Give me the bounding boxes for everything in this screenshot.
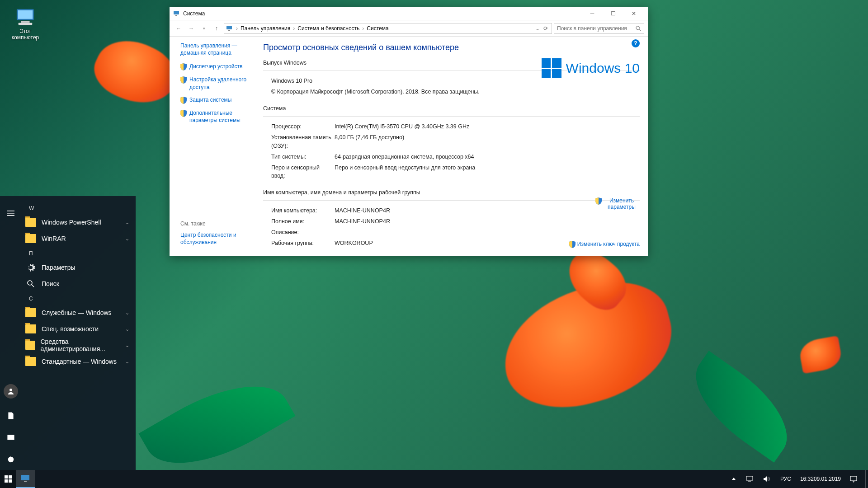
taskbar-clock[interactable]: 16:32 09.01.2019 xyxy=(797,470,844,488)
change-settings-link[interactable]: Изменить параметры xyxy=(604,197,640,210)
nav-back-button[interactable]: ← xyxy=(173,23,184,34)
computer-icon xyxy=(14,8,36,26)
address-toolbar: ← → ▾ ↑ › Панель управления › Система и … xyxy=(170,20,648,37)
desktop-icon-this-pc[interactable]: Этот компьютер xyxy=(5,8,45,41)
tray-volume-icon[interactable] xyxy=(759,470,775,488)
chevron-down-icon: ⌄ xyxy=(125,359,129,365)
start-button[interactable] xyxy=(0,470,16,488)
chevron-down-icon: ⌄ xyxy=(125,310,129,316)
start-app-list: W Windows PowerShell⌄ WinRAR⌄ П Параметр… xyxy=(22,196,136,470)
pen-value: Перо и сенсорный ввод недоступны для это… xyxy=(335,164,640,180)
start-item-ease[interactable]: Спец. возможности⌄ xyxy=(22,321,136,337)
start-item-winrar[interactable]: WinRAR⌄ xyxy=(22,230,136,247)
svg-rect-1 xyxy=(18,10,33,19)
wallpaper-leaf xyxy=(138,361,295,488)
help-icon[interactable]: ? xyxy=(632,39,640,47)
nav-forward-button[interactable]: → xyxy=(186,23,197,34)
sidebar-home-link[interactable]: Панель управления — домашняя страница xyxy=(180,42,253,56)
clock-date: 09.01.2019 xyxy=(814,476,841,483)
sidebar-advanced-settings[interactable]: Дополнительные параметры системы xyxy=(189,109,253,124)
section-system: Система xyxy=(263,105,640,112)
tray-language-indicator[interactable]: РУС xyxy=(776,470,796,488)
breadcrumb-control-panel[interactable]: Панель управления xyxy=(239,25,292,32)
start-power-icon[interactable] xyxy=(0,448,22,470)
svg-rect-22 xyxy=(9,475,12,479)
breadcrumb-system[interactable]: Система xyxy=(365,25,390,32)
window-titlebar[interactable]: Система ─ ☐ ✕ xyxy=(170,7,648,20)
folder-icon xyxy=(25,308,36,317)
section-name: Имя компьютера, имя домена и параметры р… xyxy=(263,189,640,196)
cname-value: MACHINE-UNNOP4R xyxy=(335,206,640,215)
svg-rect-18 xyxy=(228,30,230,31)
start-rail xyxy=(0,196,22,470)
start-letter-header[interactable]: П xyxy=(22,247,136,259)
folder-icon xyxy=(25,218,36,227)
tray-display-icon[interactable] xyxy=(741,470,758,488)
folder-icon xyxy=(25,234,36,243)
breadcrumb-security[interactable]: Система и безопасность xyxy=(296,25,361,32)
start-item-powershell[interactable]: Windows PowerShell⌄ xyxy=(22,214,136,230)
action-center-icon[interactable] xyxy=(845,470,862,488)
start-item-standard[interactable]: Стандартные — Windows⌄ xyxy=(22,353,136,370)
system-sidebar: Панель управления — домашняя страница Ди… xyxy=(170,37,258,256)
taskbar-app-system[interactable] xyxy=(16,470,35,488)
gear-icon xyxy=(25,262,36,273)
wallpaper-leaf xyxy=(678,351,805,462)
start-hamburger-icon[interactable] xyxy=(0,202,22,224)
wg-label: Рабочая группа: xyxy=(271,239,335,247)
sidebar-remote-settings[interactable]: Настройка удаленного доступа xyxy=(189,76,253,90)
desc-label: Описание: xyxy=(271,228,335,236)
start-item-admin[interactable]: Средства администрирования...⌄ xyxy=(22,337,136,353)
svg-rect-16 xyxy=(175,16,178,16)
chevron-down-icon: ⌄ xyxy=(125,236,129,242)
start-pictures-icon[interactable] xyxy=(0,427,22,448)
window-title: Система xyxy=(183,10,205,17)
taskbar: РУС 16:32 09.01.2019 xyxy=(0,470,868,488)
start-user-icon[interactable] xyxy=(0,383,22,405)
sidebar-system-protection[interactable]: Защита системы xyxy=(189,96,231,103)
folder-icon xyxy=(25,341,35,350)
nav-recent-button[interactable]: ▾ xyxy=(198,23,209,34)
fname-label: Полное имя: xyxy=(271,217,335,225)
chevron-down-icon: ⌄ xyxy=(125,220,129,225)
start-menu: W Windows PowerShell⌄ WinRAR⌄ П Параметр… xyxy=(0,196,136,470)
start-letter-header[interactable]: W xyxy=(22,202,136,214)
svg-rect-27 xyxy=(746,476,753,480)
sidebar-security-center[interactable]: Центр безопасности и обслуживания xyxy=(180,231,253,246)
close-button[interactable]: ✕ xyxy=(623,7,644,20)
sidebar-see-also-label: См. также xyxy=(180,221,253,227)
cpu-value: Intel(R) Core(TM) i5-3570 CPU @ 3.40GHz … xyxy=(335,122,640,131)
start-item-settings[interactable]: Параметры xyxy=(22,259,136,276)
svg-rect-5 xyxy=(7,213,14,214)
svg-point-12 xyxy=(28,281,32,285)
svg-line-20 xyxy=(639,29,641,31)
refresh-icon[interactable]: ⟳ xyxy=(542,25,550,32)
start-documents-icon[interactable] xyxy=(0,405,22,427)
search-input[interactable] xyxy=(557,25,635,32)
maximize-button[interactable]: ☐ xyxy=(603,7,623,20)
system-window: Система ─ ☐ ✕ ← → ▾ ↑ › Панель управлени… xyxy=(170,7,648,256)
address-bar[interactable]: › Панель управления › Система и безопасн… xyxy=(224,23,552,34)
start-item-utilities[interactable]: Служебные — Windows⌄ xyxy=(22,305,136,321)
start-letter-header[interactable]: С xyxy=(22,292,136,305)
minimize-button[interactable]: ─ xyxy=(582,7,603,20)
change-product-key-link[interactable]: Изменить ключ продукта xyxy=(577,241,640,247)
tray-overflow-icon[interactable] xyxy=(727,470,741,488)
svg-rect-17 xyxy=(226,26,232,29)
nav-up-button[interactable]: ↑ xyxy=(211,23,222,34)
svg-rect-23 xyxy=(5,479,8,483)
shield-icon xyxy=(569,241,576,248)
search-icon xyxy=(635,25,641,31)
search-box[interactable] xyxy=(554,23,644,34)
svg-rect-29 xyxy=(850,476,857,481)
svg-rect-25 xyxy=(21,475,29,480)
windows-logo: Windows 10 xyxy=(542,58,640,78)
ram-value: 8,00 ГБ (7,46 ГБ доступно) xyxy=(335,133,640,150)
address-dropdown-icon[interactable]: ⌄ xyxy=(533,25,542,32)
sidebar-device-manager[interactable]: Диспетчер устройств xyxy=(189,63,242,70)
start-item-search[interactable]: Поиск xyxy=(22,276,136,292)
desktop-icon-label: Этот компьютер xyxy=(5,28,45,41)
svg-rect-14 xyxy=(174,11,179,14)
show-desktop-button[interactable] xyxy=(865,470,868,488)
fname-value: MACHINE-UNNOP4R xyxy=(335,217,640,225)
